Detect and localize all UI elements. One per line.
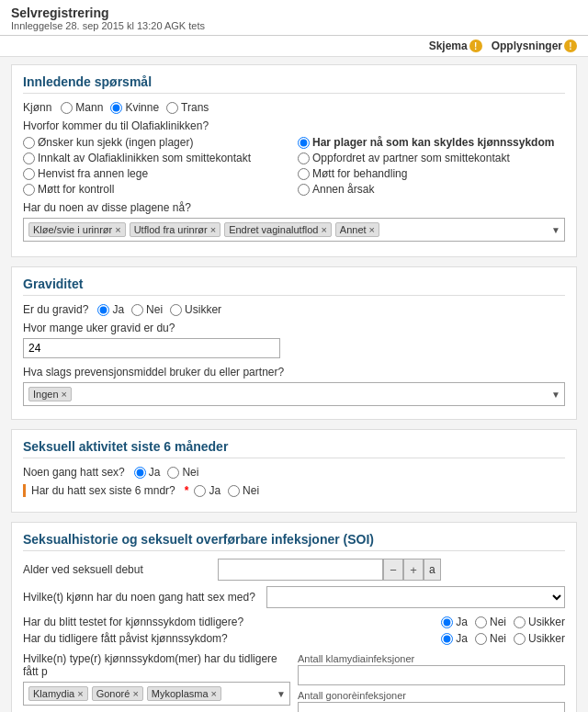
siste6-required-star: * xyxy=(185,484,189,497)
gravid-nei[interactable]: Nei xyxy=(131,303,163,316)
testet-row: Har du blitt testet for kjønnssykdom tid… xyxy=(23,616,565,628)
siste6-nei-radio[interactable] xyxy=(228,485,240,497)
skjema-button[interactable]: Skjema ! xyxy=(429,40,482,52)
kjonn-sex-select-container xyxy=(266,586,565,608)
hvorfor-mott-behandling[interactable]: Møtt for behandling xyxy=(298,167,565,180)
testet-usikker-label: Usikker xyxy=(528,616,565,628)
hvorfor-oppfordret-label: Oppfordret av partner som smittekontakt xyxy=(312,152,510,164)
hvorfor-ingen-radio[interactable] xyxy=(23,137,35,149)
app-subtitle: Innleggelse 28. sep 2015 kl 13:20 AGK te… xyxy=(11,20,577,31)
noen-gang-label: Noen gang hatt sex? xyxy=(23,466,125,479)
paavist-nei-radio[interactable] xyxy=(475,633,487,645)
paavist-usikker[interactable]: Usikker xyxy=(514,632,565,645)
hvorfor-har-plager[interactable]: Har plager nå som kan skyldes kjønnssykd… xyxy=(298,136,565,149)
kjonn-trans-item[interactable]: Trans xyxy=(166,101,209,114)
kjonn-sex-label: Hvilke(t) kjønn har du noen gang hatt se… xyxy=(23,591,255,604)
kjonn-sex-select[interactable] xyxy=(266,586,565,608)
gravid-usikker[interactable]: Usikker xyxy=(170,303,221,316)
siste6-nei[interactable]: Nei xyxy=(228,484,259,497)
hvorfor-annen-radio[interactable] xyxy=(298,184,310,196)
antall-gonore-input[interactable] xyxy=(298,702,565,712)
paavist-usikker-radio[interactable] xyxy=(514,633,526,645)
hvorfor-henvist-label: Henvist fra annen lege xyxy=(38,167,148,180)
prevensjon-dropdown-arrow[interactable]: ▼ xyxy=(551,390,560,400)
kjonn-kvinne-item[interactable]: Kvinne xyxy=(110,101,159,114)
kjonn-mann-item[interactable]: Mann xyxy=(61,101,103,114)
tag-klamydia-close[interactable]: × xyxy=(77,688,83,699)
paavist-nei[interactable]: Nei xyxy=(475,632,506,645)
paavist-radio-group: Ja Nei Usikker xyxy=(441,632,565,645)
tag-gonore-label: Gonoré xyxy=(96,688,130,699)
kjonn-mann-radio[interactable] xyxy=(61,102,73,114)
testet-usikker[interactable]: Usikker xyxy=(514,616,565,628)
kjonn-trans-radio[interactable] xyxy=(166,102,178,114)
tag-vaginal-close[interactable]: × xyxy=(321,224,326,235)
opplysninger-badge: ! xyxy=(564,40,577,52)
noen-gang-ja[interactable]: Ja xyxy=(134,466,161,479)
opplysninger-button[interactable]: Opplysninger ! xyxy=(492,40,577,52)
hvorfor-behandling-radio[interactable] xyxy=(298,168,310,180)
tag-utflod-close[interactable]: × xyxy=(210,224,216,235)
hvorfor-ingen-plager[interactable]: Ønsker kun sjekk (ingen plager) xyxy=(23,136,290,149)
noen-gang-ja-radio[interactable] xyxy=(134,467,146,479)
noen-gang-nei-radio[interactable] xyxy=(167,467,179,479)
antall-klamydia-input[interactable] xyxy=(298,665,565,685)
hvorfor-label: Hvorfor kommer du til Olafiaklinikken? xyxy=(23,119,565,132)
testet-usikker-radio[interactable] xyxy=(514,616,526,628)
tag-annet-close[interactable]: × xyxy=(369,224,375,235)
siste6-nei-label: Nei xyxy=(243,484,259,497)
kjonn-row: Kjønn Mann Kvinne Trans xyxy=(23,101,565,114)
plager-dropdown-arrow[interactable]: ▼ xyxy=(551,225,560,235)
debut-stepper: − + a xyxy=(218,559,441,581)
hvorfor-henvist-radio[interactable] xyxy=(23,168,35,180)
gravid-ja-radio[interactable] xyxy=(97,304,109,316)
paavist-label: Har du tidligere fått påvist kjønnssykdo… xyxy=(23,632,432,645)
tag-ingen-close[interactable]: × xyxy=(62,389,67,400)
tag-gonore-close[interactable]: × xyxy=(132,688,138,699)
stepper-minus-btn[interactable]: − xyxy=(383,559,403,581)
hvorfor-innkalt[interactable]: Innkalt av Olafiaklinikken som smittekon… xyxy=(23,152,290,164)
debut-input[interactable] xyxy=(218,559,383,581)
hvorfor-oppfordret[interactable]: Oppfordret av partner som smittekontakt xyxy=(298,152,565,164)
gravid-nei-radio[interactable] xyxy=(131,304,143,316)
hvorfor-annen-arsak[interactable]: Annen årsak xyxy=(298,183,565,196)
hvorfor-innkalt-label: Innkalt av Olafiaklinikken som smittekon… xyxy=(38,152,251,164)
paavist-ja[interactable]: Ja xyxy=(441,632,468,645)
paavist-row: Har du tidligere fått påvist kjønnssykdo… xyxy=(23,632,565,645)
kjonn-sex-row: Hvilke(t) kjønn har du noen gang hatt se… xyxy=(23,586,565,608)
paavist-ja-label: Ja xyxy=(456,632,468,645)
noen-gang-nei[interactable]: Nei xyxy=(167,466,198,479)
hvilke-antall-grid: Hvilke(n) type(r) kjønnssykdom(mer) har … xyxy=(23,652,565,712)
tag-kloe-close[interactable]: × xyxy=(115,224,120,235)
tag-kloe-label: Kløe/svie i urinrør xyxy=(33,224,112,235)
tag-ingen: Ingen × xyxy=(28,387,72,401)
hvilke-dropdown-arrow[interactable]: ▼ xyxy=(277,689,286,699)
siste6-ja-radio[interactable] xyxy=(194,485,206,497)
tag-mykoplasma-close[interactable]: × xyxy=(211,688,217,699)
testet-ja-radio[interactable] xyxy=(441,616,453,628)
hvorfor-plager-radio[interactable] xyxy=(298,137,310,149)
hvorfor-innkalt-radio[interactable] xyxy=(23,153,35,164)
prevensjon-tag-container[interactable]: Ingen × ▼ xyxy=(23,382,565,406)
testet-ja[interactable]: Ja xyxy=(441,616,468,628)
gravid-ja-label: Ja xyxy=(112,303,124,316)
stepper-plus-btn[interactable]: + xyxy=(403,559,424,581)
hvorfor-kontroll-radio[interactable] xyxy=(23,184,35,196)
testet-nei[interactable]: Nei xyxy=(475,616,506,628)
gravid-usikker-radio[interactable] xyxy=(170,304,182,316)
testet-nei-radio[interactable] xyxy=(475,616,487,628)
hvorfor-mott-kontroll[interactable]: Møtt for kontroll xyxy=(23,183,290,196)
hvilke-tag-container[interactable]: Klamydia × Gonoré × Mykoplasma × ▼ xyxy=(23,682,290,706)
tag-utflod-label: Utflod fra urinrør xyxy=(134,224,208,235)
noen-gang-nei-label: Nei xyxy=(182,466,198,479)
hvorfor-henvist[interactable]: Henvist fra annen lege xyxy=(23,167,290,180)
graviditet-title: Graviditet xyxy=(23,277,565,296)
siste6-ja[interactable]: Ja xyxy=(194,484,220,497)
hvorfor-oppfordret-radio[interactable] xyxy=(298,153,310,164)
plager-tag-container[interactable]: Kløe/svie i urinrør × Utflod fra urinrør… xyxy=(23,218,565,242)
app-header: Selvregistrering Innleggelse 28. sep 201… xyxy=(0,0,588,36)
kjonn-kvinne-radio[interactable] xyxy=(110,102,122,114)
uker-input[interactable] xyxy=(23,338,280,358)
gravid-ja[interactable]: Ja xyxy=(97,303,124,316)
paavist-ja-radio[interactable] xyxy=(441,633,453,645)
